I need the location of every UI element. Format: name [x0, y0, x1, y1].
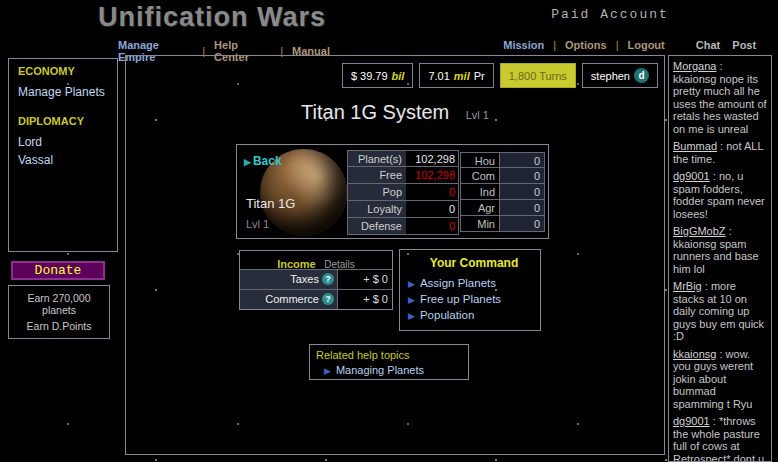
money-unit: bil [392, 70, 405, 82]
system-name: Titan 1G System [301, 101, 449, 123]
chat-message: kkaionsg : wow. you guys werent jokin ab… [673, 348, 768, 411]
planet-level: Lvl 1 [246, 218, 269, 230]
chat-username[interactable]: Bummad [673, 140, 717, 152]
income-value: + $ 0 [338, 270, 392, 289]
planet-stats-table: Planet(s) 102,298 Free 102,298 Pop 0 Loy… [347, 150, 459, 235]
chat-username[interactable]: MrBig [673, 280, 702, 292]
chat-username[interactable]: kkaionsg [673, 348, 716, 360]
stat-value: 102,298 [406, 151, 458, 166]
table-row: Com 0 [460, 168, 545, 184]
resource-label: Ind [461, 184, 499, 199]
donate-button[interactable]: Donate [11, 261, 105, 280]
resource-value: 0 [499, 216, 544, 231]
production-unit: mil [454, 70, 470, 82]
table-row: Agr 0 [460, 200, 545, 216]
sidebar-item-manage-planets[interactable]: Manage Planets [18, 85, 108, 99]
nav-logout[interactable]: Logout [627, 39, 664, 51]
command-link-label: Population [420, 309, 474, 321]
earn-dpoints-link[interactable]: Earn D.Points [10, 320, 108, 332]
diplomacy-heading: DIPLOMACY [18, 115, 108, 127]
command-panel: Your Command ▶Assign Planets ▶Free up Pl… [399, 249, 541, 331]
command-title: Your Command [408, 256, 540, 270]
planet-name: Titan 1G [246, 196, 295, 211]
related-help-panel: Related help topics ▶Managing Planets [309, 344, 469, 380]
resource-table: Hou 0 Com 0 Ind 0 Agr 0 Min 0 [460, 152, 545, 232]
arrow-right-icon: ▶ [324, 366, 331, 376]
chat-separator: : [726, 225, 732, 237]
stat-label: Planet(s) [348, 151, 406, 166]
turns-box[interactable]: 1,800 Turns [500, 63, 576, 88]
resource-value: 0 [499, 184, 544, 199]
chat-message: MrBig : more stacks at 10 on daily comin… [673, 280, 768, 343]
stat-value: 0 [406, 184, 458, 200]
sidebar-item-vassal[interactable]: Vassal [18, 153, 108, 167]
arrow-right-icon: ▶ [408, 295, 415, 305]
table-row: Pop 0 [347, 184, 459, 201]
stat-label: Free [348, 167, 406, 183]
session-nav: Mission | Options | Logout [498, 39, 670, 51]
chat-username[interactable]: dg9001 [673, 170, 710, 182]
planet-panel: ▶Back Titan 1G Lvl 1 Planet(s) 102,298 F… [236, 144, 549, 239]
resource-value: 0 [499, 200, 544, 215]
earn-panel: Earn 270,000 planets Earn D.Points [8, 285, 110, 339]
help-icon[interactable]: ? [322, 293, 334, 305]
nav-separator: | [553, 39, 556, 51]
nav-separator: | [616, 39, 619, 51]
stat-label: Loyalty [348, 201, 406, 217]
chat-separator: : [716, 60, 722, 72]
chat-username[interactable]: Morgana [673, 60, 716, 72]
production-box: 7.01 mil Pr [419, 63, 493, 88]
chat-separator: : [716, 348, 725, 360]
donator-badge-icon: d [634, 68, 649, 83]
production-suffix: Pr [474, 70, 485, 82]
table-row: Hou 0 [460, 152, 545, 168]
player-name[interactable]: stephen [591, 70, 630, 82]
status-bar: $ 39.79 bil 7.01 mil Pr 1,800 Turns step… [342, 63, 658, 88]
nav-chat-link[interactable]: Chat [696, 39, 720, 51]
system-title: Titan 1G System Lvl 1 [126, 101, 664, 124]
stat-value: 0 [406, 201, 458, 217]
table-row: Planet(s) 102,298 [347, 150, 459, 167]
table-row: Free 102,298 [347, 167, 459, 184]
nav-mission[interactable]: Mission [503, 39, 544, 51]
income-label-text: Commerce [265, 293, 319, 305]
resource-label: Agr [461, 200, 499, 215]
command-link-label: Free up Planets [420, 293, 501, 305]
assign-planets-link[interactable]: ▶Assign Planets [408, 277, 540, 289]
sidebar-menu: ECONOMY Manage Planets DIPLOMACY Lord Va… [8, 58, 118, 252]
stat-label: Pop [348, 184, 406, 200]
production-value: 7.01 [428, 70, 449, 82]
nav-post-link[interactable]: Post [732, 39, 756, 51]
chat-username[interactable]: BigGMobZ [673, 225, 726, 237]
resource-label: Min [461, 216, 499, 231]
resource-label: Hou [461, 153, 499, 167]
help-icon[interactable]: ? [322, 273, 334, 285]
table-row: Min 0 [460, 216, 545, 232]
chat-message: BigGMobZ : kkaionsg spam runners and bas… [673, 225, 768, 275]
back-label: Back [253, 154, 282, 168]
managing-planets-link[interactable]: ▶Managing Planets [324, 364, 462, 376]
player-box: stephen d [582, 63, 658, 88]
income-label: Commerce? [240, 290, 338, 309]
chat-panel[interactable]: Morgana : kkaionsg nope its pretty much … [668, 55, 772, 462]
free-up-planets-link[interactable]: ▶Free up Planets [408, 293, 540, 305]
chat-separator: : [717, 140, 726, 152]
resource-label: Com [461, 168, 499, 183]
earn-planets-link[interactable]: Earn 270,000 planets [10, 292, 108, 316]
chat-separator: : [710, 170, 719, 182]
income-title: Income [277, 258, 316, 270]
account-status: Paid Account [510, 7, 710, 22]
chat-message: Bummad : not ALL the time. [673, 140, 768, 165]
chat-username[interactable]: dg9001 [673, 415, 710, 427]
table-row: Taxes? + $ 0 [240, 269, 392, 289]
chat-text: kkaionsg nope its pretty much all he use… [673, 73, 767, 135]
table-row: Commerce? + $ 0 [240, 289, 392, 309]
population-link[interactable]: ▶Population [408, 309, 540, 321]
chat-separator: : [710, 415, 719, 427]
nav-options[interactable]: Options [565, 39, 607, 51]
chat-message: dg9001 : no, u spam fodders, fodder spam… [673, 170, 768, 220]
income-details-link[interactable]: Details [324, 259, 355, 270]
sidebar-item-lord[interactable]: Lord [18, 135, 108, 149]
economy-heading: ECONOMY [18, 65, 108, 77]
back-link[interactable]: ▶Back [244, 154, 282, 168]
